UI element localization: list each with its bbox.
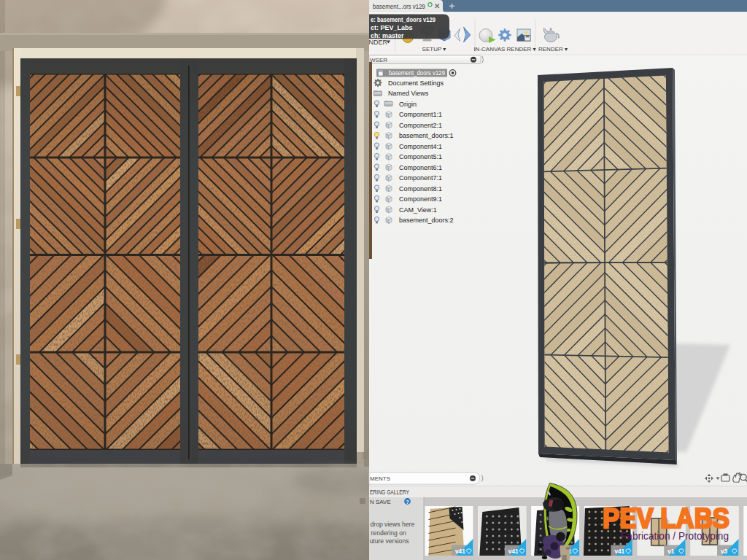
svg-text:?: ? <box>406 499 409 505</box>
svg-text:Component5:1: Component5:1 <box>399 153 442 160</box>
svg-text:v41: v41 <box>614 548 624 555</box>
svg-text:IN-CANVAS RENDER ▾: IN-CANVAS RENDER ▾ <box>473 46 535 52</box>
svg-text:RENDER ▾: RENDER ▾ <box>538 46 568 52</box>
svg-text:WSER: WSER <box>370 57 387 63</box>
svg-text:MENTS: MENTS <box>370 475 390 482</box>
svg-text:Fabrication / Prototyping: Fabrication / Prototyping <box>621 530 729 542</box>
svg-text:PEV LABS: PEV LABS <box>603 502 729 534</box>
svg-text:Origin: Origin <box>399 101 417 108</box>
svg-text:ERING GALLERY: ERING GALLERY <box>370 489 409 496</box>
svg-text:Component4:1: Component4:1 <box>399 143 442 150</box>
svg-text:Named Views: Named Views <box>388 90 429 97</box>
svg-text:basement_doors:2: basement_doors:2 <box>399 217 454 224</box>
svg-text:Component6:1: Component6:1 <box>399 164 442 171</box>
svg-text:rendering on: rendering on <box>371 529 406 537</box>
svg-text:v1: v1 <box>667 548 675 555</box>
svg-text:ct: PEV_Labs: ct: PEV_Labs <box>371 24 413 31</box>
svg-text:v41: v41 <box>508 548 519 555</box>
svg-text:Document Settings: Document Settings <box>388 79 444 87</box>
svg-text:ch: master: ch: master <box>371 32 404 39</box>
svg-text:Component2:1: Component2:1 <box>399 122 442 129</box>
svg-text:Component9:1: Component9:1 <box>399 195 442 203</box>
svg-text:v3: v3 <box>721 548 728 555</box>
svg-text:Component8:1: Component8:1 <box>399 185 442 192</box>
svg-text:NDER: NDER <box>369 39 388 46</box>
svg-text:Component7:1: Component7:1 <box>399 174 442 182</box>
svg-text:basement_doors v129: basement_doors v129 <box>389 69 445 77</box>
svg-text:basement...ors v129: basement...ors v129 <box>373 3 425 10</box>
svg-text:uture versions: uture versions <box>370 537 409 545</box>
svg-text:basement_doors:1: basement_doors:1 <box>399 132 454 139</box>
svg-text:SETUP ▾: SETUP ▾ <box>422 46 446 52</box>
svg-text:N SAVE: N SAVE <box>370 499 391 505</box>
svg-text:drop views here: drop views here <box>371 521 415 528</box>
svg-text:v41: v41 <box>455 548 465 555</box>
svg-text:Component1:1: Component1:1 <box>399 111 442 118</box>
svg-text:CAM_View:1: CAM_View:1 <box>399 206 437 214</box>
svg-text:e: basement_doors v129: e: basement_doors v129 <box>371 16 436 23</box>
